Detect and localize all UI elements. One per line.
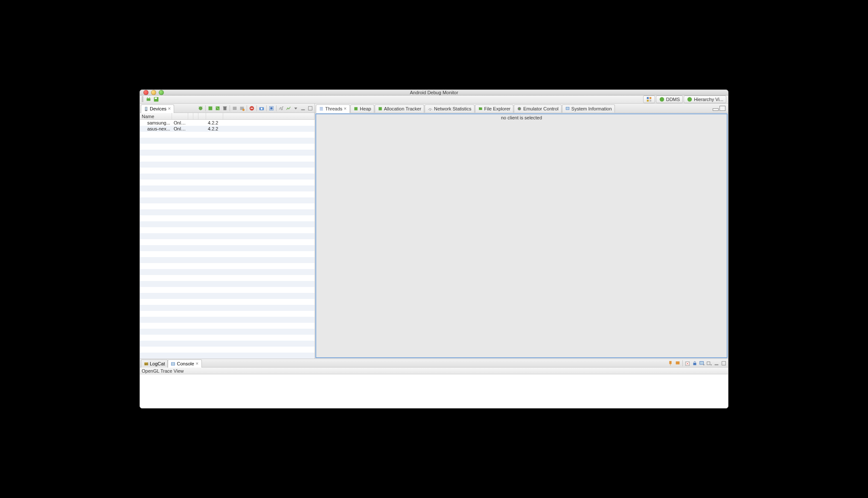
column-header[interactable] — [188, 113, 193, 119]
detail-content: no client is selected — [315, 113, 728, 358]
console-tabbar: LC LogCat Console ✕ — [140, 359, 728, 368]
table-row — [140, 203, 315, 209]
console-options-dropdown-icon[interactable] — [706, 360, 713, 367]
column-header[interactable] — [223, 113, 315, 119]
svg-rect-22 — [250, 108, 253, 109]
minimize-console-icon[interactable] — [713, 360, 720, 367]
systrace-icon[interactable] — [278, 105, 285, 112]
separator — [266, 105, 267, 111]
table-row — [140, 299, 315, 305]
svg-text:LC: LC — [145, 362, 149, 365]
column-header[interactable] — [172, 113, 188, 119]
minimize-icon[interactable] — [300, 105, 306, 112]
table-row — [140, 233, 315, 239]
svg-rect-16 — [209, 106, 213, 110]
emulator-tab[interactable]: Emulator Control — [514, 104, 562, 113]
main-toolbar: DDMS Hierarchy Vi... — [140, 96, 728, 104]
heap-tab[interactable]: Heap — [350, 104, 374, 113]
maximize-console-icon[interactable] — [720, 360, 727, 367]
update-threads-icon[interactable] — [231, 105, 238, 112]
file-explorer-tab[interactable]: File Explorer — [475, 104, 514, 113]
threads-tab-label: Threads — [325, 106, 342, 111]
table-row — [140, 275, 315, 281]
table-row — [140, 251, 315, 257]
android-icon[interactable] — [145, 96, 152, 103]
svg-line-14 — [199, 106, 200, 107]
svg-rect-29 — [355, 107, 358, 110]
svg-point-24 — [261, 107, 262, 109]
clear-console-icon[interactable] — [684, 360, 691, 367]
svg-rect-7 — [647, 100, 648, 101]
open-perspective-button[interactable] — [643, 96, 655, 103]
table-row — [140, 144, 315, 150]
cause-gc-icon[interactable] — [221, 105, 228, 112]
update-heap-icon[interactable] — [207, 105, 214, 112]
upper-area: Devices ✕ — [140, 104, 728, 359]
svg-rect-36 — [566, 107, 569, 110]
column-name-header[interactable]: Name — [140, 113, 172, 119]
table-row — [140, 209, 315, 215]
device-name: samsung... — [147, 120, 170, 125]
dump-hprof-icon[interactable] — [214, 105, 221, 112]
scroll-lock-icon[interactable] — [691, 360, 698, 367]
open-console-dropdown-icon[interactable] — [699, 360, 705, 367]
toolbar-handle — [142, 96, 143, 102]
devices-tab[interactable]: Devices ✕ — [141, 104, 174, 113]
table-row — [140, 180, 315, 185]
threads-tab[interactable]: Threads ✕ — [316, 104, 350, 113]
table-row — [140, 263, 315, 269]
ddms-perspective-button[interactable]: DDMS — [656, 96, 683, 103]
pin-console-icon[interactable] — [667, 360, 674, 367]
table-row — [140, 341, 315, 347]
table-row — [140, 347, 315, 353]
sysinfo-tab[interactable]: System Information — [562, 104, 615, 113]
opengl-trace-icon[interactable] — [285, 105, 292, 112]
table-row[interactable]: asus-nex...Online4.2.2 — [140, 126, 315, 132]
svg-rect-18 — [224, 107, 227, 110]
titlebar: Android Debug Monitor — [140, 90, 728, 96]
debug-icon[interactable] — [197, 105, 204, 112]
table-row — [140, 293, 315, 299]
column-header[interactable] — [206, 113, 223, 119]
network-tab[interactable]: Network Statistics — [425, 104, 474, 113]
close-icon[interactable]: ✕ — [168, 107, 171, 111]
devices-tab-label: Devices — [150, 106, 166, 111]
close-icon[interactable]: ✕ — [344, 107, 347, 111]
logcat-tab[interactable]: LC LogCat — [141, 359, 168, 368]
detail-panel: Threads ✕ Heap Allocation Tracker Networ… — [315, 104, 728, 359]
column-header[interactable] — [198, 113, 206, 119]
separator — [682, 360, 683, 366]
maximize-icon[interactable] — [307, 105, 314, 112]
save-icon[interactable] — [153, 96, 160, 103]
start-method-profiling-icon[interactable] — [239, 105, 245, 112]
sysinfo-tab-label: System Information — [571, 106, 612, 111]
separator — [205, 105, 206, 111]
stop-process-icon[interactable] — [248, 105, 255, 112]
table-row — [140, 168, 315, 174]
table-row[interactable]: samsung...Online4.2.2 — [140, 120, 315, 126]
column-header[interactable] — [193, 113, 198, 119]
display-selected-console-icon[interactable] — [674, 360, 681, 367]
table-row — [140, 191, 315, 197]
hierarchy-perspective-button[interactable]: Hierarchy Vi... — [684, 96, 726, 103]
view-menu-icon[interactable] — [292, 105, 299, 112]
svg-rect-33 — [479, 107, 481, 108]
device-status: Online — [172, 120, 188, 125]
close-icon[interactable]: ✕ — [195, 362, 199, 366]
svg-rect-30 — [379, 107, 382, 110]
console-tab[interactable]: Console ✕ — [168, 359, 201, 368]
svg-rect-46 — [715, 364, 719, 365]
dump-view-hierarchy-icon[interactable] — [268, 105, 275, 112]
hierarchy-perspective-label: Hierarchy Vi... — [694, 97, 723, 102]
screen-capture-icon[interactable] — [258, 105, 265, 112]
allocation-tab[interactable]: Allocation Tracker — [375, 104, 424, 113]
minimize-view-icon[interactable] — [713, 108, 719, 111]
table-row — [140, 305, 315, 311]
maximize-view-icon[interactable] — [719, 106, 725, 111]
svg-point-2 — [149, 97, 150, 98]
separator — [276, 105, 277, 111]
svg-line-15 — [202, 106, 203, 107]
svg-point-31 — [430, 110, 431, 110]
table-row — [140, 281, 315, 287]
table-row — [140, 138, 315, 144]
